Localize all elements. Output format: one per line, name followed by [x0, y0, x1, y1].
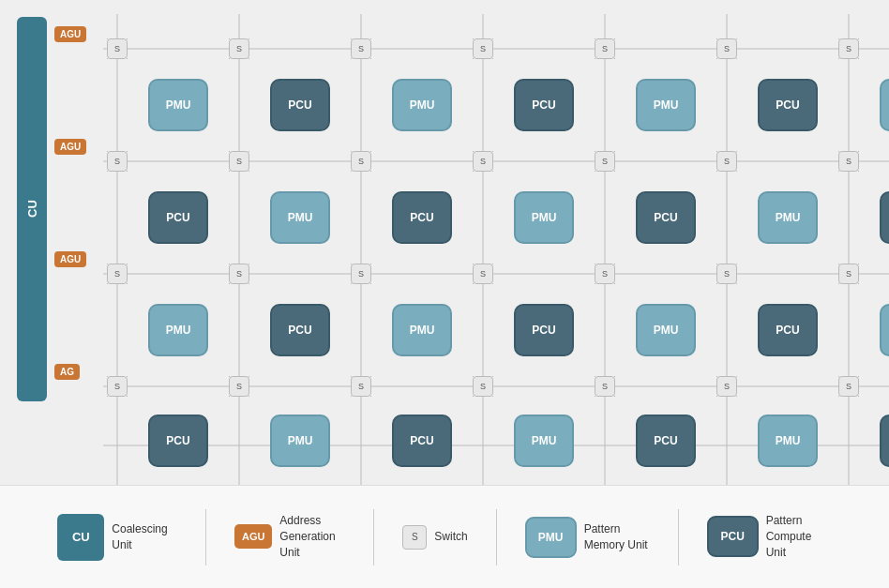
unit-pcu-6-3: PCU	[880, 415, 889, 467]
cu-bar: CU	[17, 17, 47, 401]
unit-pmu-4-0: PMU	[636, 79, 696, 131]
legend-switch-icon: S	[402, 525, 427, 550]
switch-0-3: S	[107, 376, 128, 397]
legend-agu-icon: AGU	[234, 524, 272, 549]
diagram-area: CU AGU AGU AGU AG	[0, 0, 889, 485]
unit-pmu-3-1: PMU	[514, 191, 574, 244]
legend-pmu-icon: PMU	[525, 517, 577, 558]
agu-label-3: AG	[54, 364, 80, 380]
unit-pmu-1-1: PMU	[270, 191, 330, 244]
legend-divider-1	[205, 509, 206, 565]
unit-pmu-5-1: PMU	[758, 191, 818, 244]
switch-1-2: S	[229, 264, 249, 284]
unit-pcu-0-1: PCU	[148, 191, 208, 244]
legend-area: CU Coalescing Unit AGU Address Generatio…	[0, 485, 889, 588]
legend-switch-label: Switch	[434, 529, 467, 545]
unit-pcu-6-1: PCU	[880, 191, 889, 244]
legend-cu-label: Coalescing Unit	[112, 521, 177, 553]
switch-4-0: S	[595, 38, 615, 59]
unit-pmu-4-2: PMU	[636, 304, 696, 356]
switch-6-1: S	[838, 151, 859, 172]
unit-pmu-0-2: PMU	[148, 304, 208, 356]
agu-label-0: AGU	[54, 26, 86, 42]
unit-pcu-5-0: PCU	[758, 79, 818, 131]
unit-pmu-2-0: PMU	[392, 79, 452, 131]
unit-pcu-3-0: PCU	[514, 79, 574, 131]
switch-1-3: S	[229, 376, 249, 397]
legend-item-switch: S Switch	[402, 525, 467, 550]
switch-1-0: S	[229, 38, 249, 59]
legend-divider-4	[678, 509, 679, 565]
switch-6-0: S	[838, 38, 859, 59]
unit-pcu-1-0: PCU	[270, 79, 330, 131]
legend-item-cu: CU Coalescing Unit	[57, 514, 177, 561]
switch-2-0: S	[351, 38, 371, 59]
unit-pmu-6-0: PMU	[880, 79, 889, 131]
switch-3-1: S	[473, 151, 493, 172]
legend-pcu-label: Pattern Compute Unit	[766, 513, 832, 560]
agu-label-1: AGU	[54, 139, 86, 155]
legend-divider-2	[373, 509, 374, 565]
unit-pcu-2-1: PCU	[392, 191, 452, 244]
legend-divider-3	[496, 509, 497, 565]
unit-pmu-3-3: PMU	[514, 415, 574, 467]
unit-pcu-1-2: PCU	[270, 304, 330, 356]
switch-6-3: S	[838, 376, 859, 397]
unit-pcu-4-1: PCU	[636, 191, 696, 244]
switch-5-0: S	[716, 38, 737, 59]
switch-2-1: S	[351, 151, 371, 172]
main-container: CU AGU AGU AGU AG	[0, 0, 889, 588]
switch-0-0: S	[107, 38, 128, 59]
unit-pcu-2-3: PCU	[392, 415, 452, 467]
switch-3-2: S	[473, 264, 493, 284]
legend-pmu-label: Pattern Memory Unit	[584, 521, 650, 553]
switch-3-3: S	[473, 376, 493, 397]
agu-label-2: AGU	[54, 251, 86, 267]
legend-agu-label: Address Generation Unit	[279, 513, 345, 560]
unit-pcu-3-2: PCU	[514, 304, 574, 356]
switch-0-1: S	[107, 151, 128, 172]
legend-item-pcu: PCU Pattern Compute Unit	[707, 513, 832, 560]
switch-5-2: S	[716, 264, 737, 284]
switch-5-3: S	[716, 376, 737, 397]
unit-pmu-5-3: PMU	[758, 415, 818, 467]
switch-4-2: S	[595, 264, 615, 284]
unit-pcu-0-3: PCU	[148, 415, 208, 467]
unit-pcu-5-2: PCU	[758, 304, 818, 356]
grid-canvas: S S S S S S S S S S S S S S S S S S S S …	[103, 14, 889, 485]
unit-pmu-1-3: PMU	[270, 415, 330, 467]
legend-item-pmu: PMU Pattern Memory Unit	[525, 517, 650, 558]
switch-3-0: S	[473, 38, 493, 59]
switch-1-1: S	[229, 151, 249, 172]
unit-pcu-4-3: PCU	[636, 415, 696, 467]
switch-5-1: S	[716, 151, 737, 172]
switch-2-3: S	[351, 376, 371, 397]
unit-pmu-0-0: PMU	[148, 79, 208, 131]
unit-pmu-2-2: PMU	[392, 304, 452, 356]
switch-4-1: S	[595, 151, 615, 172]
legend-cu-icon: CU	[57, 514, 104, 561]
legend-pcu-icon: PCU	[707, 516, 759, 557]
switch-4-3: S	[595, 376, 615, 397]
unit-pmu-6-2: PMU	[880, 304, 889, 356]
switch-0-2: S	[107, 264, 128, 284]
legend-item-agu: AGU Address Generation Unit	[234, 513, 345, 560]
switch-2-2: S	[351, 264, 371, 284]
switch-6-2: S	[838, 264, 859, 284]
